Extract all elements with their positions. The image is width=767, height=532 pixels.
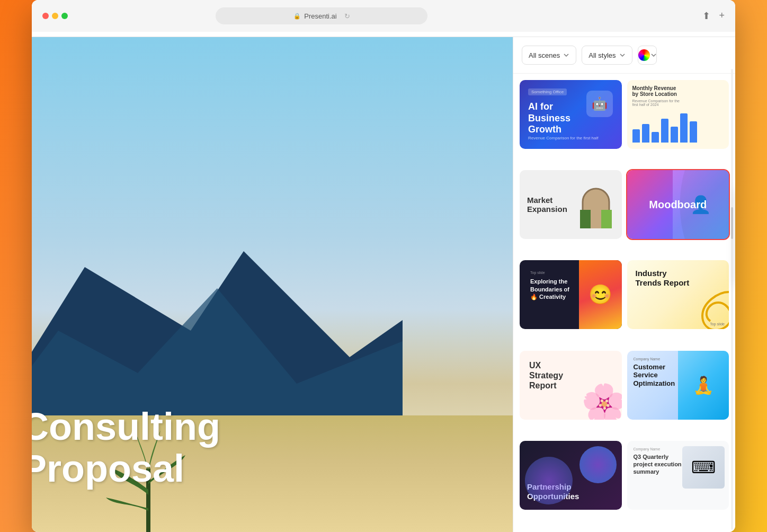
card-revenue-sub: Revenue Comparison for thefirst half of …: [632, 99, 724, 107]
slide-title: Consulting Proposal: [32, 406, 220, 490]
card-revenue-title: Monthly Revenueby Store Location: [632, 85, 724, 97]
lock-icon: 🔒: [293, 13, 301, 20]
panel-filters: All scenes All styles: [513, 37, 735, 74]
template-card-ux-strategy[interactable]: UXStrategyReport 🌸: [520, 351, 622, 420]
arch-svg: [577, 181, 614, 228]
card-moodboard-title: Moodboard: [649, 199, 707, 211]
svg-rect-15: [601, 210, 612, 228]
creativity-title: Exploring the Boundaries of 🔥 Creativity: [530, 278, 573, 300]
trends-text: IndustryTrends Report: [635, 268, 722, 289]
svg-rect-14: [580, 210, 591, 228]
template-card-ai-business[interactable]: Something Office AI forBusinessGrowth Re…: [520, 80, 622, 149]
template-card-creativity[interactable]: 😊 Top slide Exploring the Boundaries of …: [520, 260, 622, 329]
browser-dots: [42, 13, 68, 19]
minimize-button[interactable]: [52, 13, 58, 19]
template-card-customer-service[interactable]: Company Name 🧘 CustomerServiceOptimizati…: [627, 351, 729, 420]
bar-2: [642, 124, 649, 143]
trends-tag: Top slide: [710, 322, 725, 326]
new-tab-icon[interactable]: +: [719, 10, 725, 22]
creativity-tag: Top slide: [530, 271, 573, 274]
template-grid: Something Office AI forBusinessGrowth Re…: [513, 74, 735, 532]
browser-window: 🔒 Presenti.ai ↻ ⬆ + T Text Tabl: [32, 0, 735, 532]
mini-chart: [632, 111, 724, 143]
q3-photo: ⌨: [682, 446, 725, 489]
template-card-moodboard[interactable]: 👤 Moodboard: [627, 170, 729, 239]
market-text: MarketExpansion: [527, 196, 567, 214]
template-card-partnership[interactable]: PartnershipOpportunities: [520, 441, 622, 510]
bar-5: [671, 127, 678, 143]
bar-4: [661, 119, 668, 143]
customer-photo: 🧘: [678, 351, 729, 420]
browser-actions: ⬆ +: [702, 10, 725, 22]
browser-chrome: 🔒 Presenti.ai ↻ ⬆ +: [32, 0, 735, 32]
slide-preview: Consulting Proposal: [32, 37, 513, 532]
template-card-monthly-revenue[interactable]: Monthly Revenueby Store Location Revenue…: [627, 80, 729, 149]
close-button[interactable]: [42, 13, 49, 19]
mountain-svg: [32, 225, 403, 437]
market-visual: [572, 181, 614, 228]
right-panel: All scenes All styles Something Offic: [513, 37, 735, 532]
bar-3: [652, 132, 659, 143]
scrollbar-track: [731, 69, 733, 530]
trends-title: IndustryTrends Report: [636, 269, 721, 288]
refresh-icon[interactable]: ↻: [344, 12, 350, 20]
bar-1: [632, 129, 640, 143]
url-bar[interactable]: 🔒 Presenti.ai ↻: [216, 7, 427, 24]
url-text: Presenti.ai: [304, 12, 336, 20]
template-card-market-expansion[interactable]: MarketExpansion: [520, 170, 622, 239]
partnership-orb-2: [525, 457, 573, 504]
color-picker-button[interactable]: [638, 46, 657, 65]
template-card-industry-trends[interactable]: IndustryTrends Report Top slide: [627, 260, 729, 329]
card-ai-visual: 🤖: [584, 91, 616, 133]
creativity-text: Top slide Exploring the Boundaries of 🔥 …: [525, 265, 578, 306]
card-ai-tag: Something Office: [528, 88, 567, 95]
template-card-q3-report[interactable]: Company Name Q3 Quarterlyproject executi…: [627, 441, 729, 510]
card-market-title: MarketExpansion: [527, 196, 567, 214]
scenes-filter[interactable]: All scenes: [522, 46, 576, 65]
color-wheel-icon: [638, 49, 650, 61]
customer-text: CustomerServiceOptimization: [634, 363, 683, 388]
canvas-area: Consulting Proposal: [32, 37, 513, 532]
customer-title: CustomerServiceOptimization: [634, 363, 683, 388]
bar-7: [690, 121, 697, 143]
share-icon[interactable]: ⬆: [702, 10, 710, 22]
scrollbar-thumb[interactable]: [731, 207, 733, 239]
ux-flower: 🌸: [581, 382, 622, 420]
creativity-photo: 😊: [579, 260, 622, 329]
maximize-button[interactable]: [61, 13, 68, 19]
bar-6: [680, 113, 688, 143]
main-area: Consulting Proposal All scenes All style…: [32, 37, 735, 532]
card-ai-sub: Revenue Comparison for the first half: [528, 136, 613, 140]
partnership-orb: [579, 446, 617, 483]
styles-filter[interactable]: All styles: [582, 46, 632, 65]
